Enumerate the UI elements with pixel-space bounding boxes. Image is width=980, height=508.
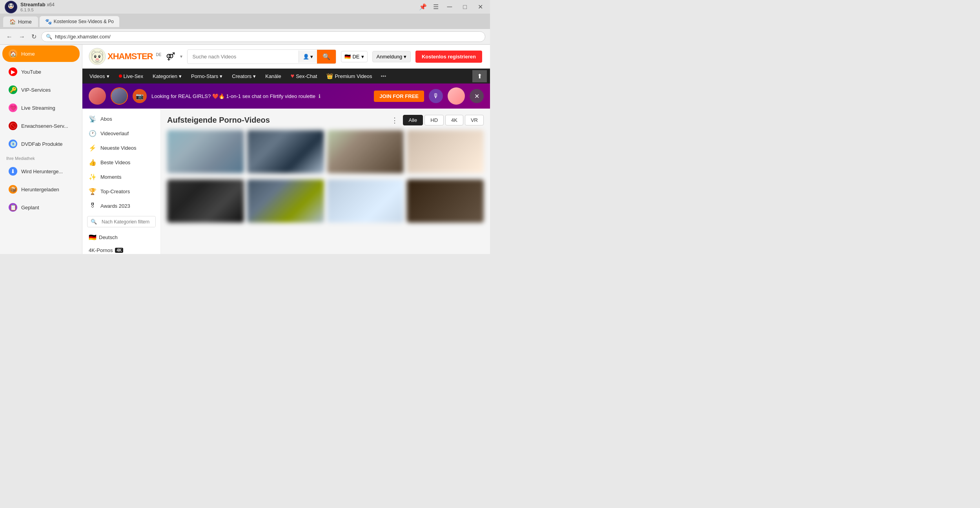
banner-close-icon[interactable]: ✕ (470, 89, 484, 103)
filter-hd[interactable]: HD (424, 115, 444, 125)
sidebar-item-youtube[interactable]: ▶ YouTube (2, 64, 80, 80)
xhamster-navbar: Videos ▾ Live-Sex Kategorien ▾ Porno-Sta… (82, 69, 490, 83)
nav-creators[interactable]: Creators ▾ (228, 69, 260, 83)
app-logo (5, 1, 17, 13)
xh-sidebar-neueste[interactable]: ⚡ Neueste Videos (82, 141, 160, 155)
login-button[interactable]: Anmeldung ▾ (372, 51, 411, 62)
logo-dog-icon (89, 48, 106, 65)
video-thumb-2[interactable] (247, 130, 324, 173)
video-thumb-8[interactable] (407, 180, 484, 223)
filter-alle[interactable]: Alle (403, 115, 423, 125)
beste-icon: 👍 (89, 159, 97, 166)
home-tab-label: Home (18, 19, 32, 25)
neueste-label: Neueste Videos (100, 145, 137, 151)
banner-text: Looking for REAL GIRLS? ❤️🔥 1-on-1 sex c… (151, 93, 369, 99)
xh-sidebar-awards[interactable]: 🎖 Awards 2023 (82, 199, 160, 213)
cat-search-icon: 🔍 (87, 216, 100, 227)
sidebar-item-live-streaming-label: Live Streaming (21, 105, 55, 111)
nav-kategorien[interactable]: Kategorien ▾ (149, 69, 186, 83)
search-submit-button[interactable]: 🔍 (317, 50, 336, 64)
xhamster-main: Aufsteigende Porno-Videos ⋮ Alle HD 4K (161, 109, 490, 254)
banner-mic-icon[interactable]: 🎙 (429, 89, 443, 103)
video-thumb-7[interactable] (327, 180, 404, 223)
category-search-wrap: 🔍 (87, 216, 156, 227)
language-selector[interactable]: 🇩🇪 DE ▾ (341, 51, 367, 62)
youtube-icon: ▶ (9, 67, 17, 76)
xh-sidebar-abos[interactable]: 📡 Abos (82, 112, 160, 126)
ad-banner: 📷 Looking for REAL GIRLS? ❤️🔥 1-on-1 sex… (82, 83, 490, 109)
video-thumb-1[interactable] (167, 130, 244, 173)
maximize-button[interactable]: □ (461, 3, 469, 11)
video-thumb-5[interactable] (167, 180, 244, 223)
nav-kanaele[interactable]: Kanäle (261, 69, 285, 83)
pin-icon[interactable]: 📌 (419, 3, 427, 11)
xh-sidebar-beste[interactable]: 👍 Beste Videos (82, 155, 160, 170)
nav-porno-stars[interactable]: Porno-Stars ▾ (187, 69, 226, 83)
heart-icon: ♥ (291, 73, 295, 80)
filter-4k[interactable]: 4K (445, 115, 463, 125)
sidebar-item-adult[interactable]: 🚫 Erwachsenen-Serv... (2, 118, 80, 134)
refresh-button[interactable]: ↻ (30, 31, 38, 42)
nav-videos[interactable]: Videos ▾ (86, 69, 113, 83)
gender-arrow-icon[interactable]: ▾ (180, 54, 182, 59)
address-input[interactable] (41, 31, 485, 42)
xh-sidebar-moments[interactable]: ✨ Moments (82, 170, 160, 184)
filter-alle-label: Alle (409, 117, 417, 123)
nav-kanaele-label: Kanäle (265, 73, 281, 79)
tab-web[interactable]: 🐾 Kostenlose Sex-Videos & Po (40, 16, 119, 27)
cat-deutsch-label: Deutsch (99, 234, 118, 240)
section-menu-icon[interactable]: ⋮ (391, 116, 398, 125)
cat-4k-pornos[interactable]: 4K-Pornos 4K (82, 244, 160, 254)
filter-vr[interactable]: VR (465, 115, 484, 125)
nav-kategorien-label: Kategorien (153, 73, 177, 79)
sidebar-item-vip[interactable]: 🔑 VIP-Services (2, 82, 80, 98)
cat-deutsch[interactable]: 🇩🇪 Deutsch (82, 230, 160, 244)
banner-right-avatar (448, 87, 465, 105)
home-icon: 🏠 (9, 49, 17, 58)
info-icon[interactable]: ℹ (319, 93, 321, 99)
gender-icon[interactable]: ⚤ (166, 52, 175, 61)
app-name-version: Streamfab x64 6.1.9.5 (20, 2, 55, 12)
xh-sidebar-top-creators[interactable]: 🏆 Top-Creators (82, 184, 160, 199)
sidebar-item-downloading[interactable]: ⬇ Wird Herunterge... (2, 163, 80, 180)
app-version-x64: x64 (47, 2, 55, 7)
sidebar-item-live-streaming[interactable]: 💗 Live Streaming (2, 100, 80, 116)
sidebar-item-planned-label: Geplant (21, 205, 39, 210)
cat-4k-label: 4K-Pornos (89, 247, 113, 253)
sidebar-item-dvdfab[interactable]: 💿 DVDFab Produkte (2, 136, 80, 152)
category-search-input[interactable] (100, 217, 156, 227)
menu-icon[interactable]: ☰ (433, 3, 439, 11)
section-controls: ⋮ Alle HD 4K VR (391, 115, 484, 125)
back-button[interactable]: ← (5, 32, 14, 42)
xh-sidebar-videoverlauf[interactable]: 🕐 Videoverlauf (82, 126, 160, 141)
banner-join-button[interactable]: JOIN FOR FREE (374, 91, 424, 102)
lang-flag-icon: 🇩🇪 (344, 54, 351, 60)
sidebar-item-downloaded[interactable]: 📦 Heruntergeladen (2, 181, 80, 198)
register-button[interactable]: Kostenlos registrieren (415, 51, 482, 63)
sidebar-item-home[interactable]: 🏠 Home (2, 45, 80, 62)
close-button[interactable]: ✕ (475, 2, 485, 11)
minimize-button[interactable]: ─ (445, 2, 455, 12)
tab-home[interactable]: 🏠 Home (3, 16, 38, 27)
svg-point-14 (96, 58, 99, 60)
nav-live-sex[interactable]: Live-Sex (115, 69, 148, 83)
xhamster-logo: XHAMSTER DE (89, 48, 161, 65)
video-thumb-6[interactable] (247, 180, 324, 223)
video-grid-row2 (167, 180, 484, 223)
sidebar-item-youtube-label: YouTube (21, 69, 41, 75)
banner-camera-icon[interactable]: 📷 (133, 89, 147, 103)
video-thumb-4[interactable] (407, 130, 484, 173)
nav-sex-chat[interactable]: ♥ Sex-Chat (287, 69, 321, 83)
upload-button[interactable]: ⬆ (472, 70, 487, 82)
xhamster-search-input[interactable] (188, 51, 298, 63)
forward-button[interactable]: → (17, 32, 27, 42)
sidebar-item-planned[interactable]: 📋 Geplant (2, 199, 80, 216)
search-filter-button[interactable]: 👤 ▾ (299, 51, 317, 63)
nav-kategorien-arrow: ▾ (179, 73, 182, 79)
nav-premium[interactable]: 👑 Premium Videos (322, 69, 376, 83)
video-thumb-3[interactable] (327, 130, 404, 173)
crown-icon: 👑 (326, 73, 333, 79)
nav-more-button[interactable]: ••• (378, 69, 390, 83)
live-dot-icon (119, 74, 122, 78)
browser-content: XHAMSTER DE ⚤ ▾ 👤 ▾ 🔍 🇩🇪 DE ▾ Anmeldung … (82, 45, 490, 254)
